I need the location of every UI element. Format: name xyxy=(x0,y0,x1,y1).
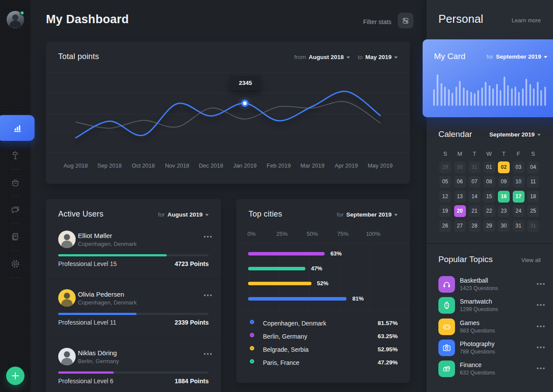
topic-row[interactable]: Smartwatch1299 Questions xyxy=(427,297,553,315)
chevron-down-icon xyxy=(537,134,541,136)
calendar-day[interactable]: 22 xyxy=(483,205,495,217)
calendar-day[interactable]: 30 xyxy=(498,220,510,232)
panel-title: Personal xyxy=(438,12,483,26)
eq-bar xyxy=(544,87,546,106)
calendar-day[interactable]: 31 xyxy=(469,161,480,173)
calendar-day[interactable]: 12 xyxy=(439,191,451,203)
sidebar-item-shop[interactable] xyxy=(0,174,31,191)
calendar-day[interactable]: 24 xyxy=(513,205,525,217)
calendar-day[interactable]: 31 xyxy=(527,220,539,232)
my-card[interactable]: My Card for September 2019 xyxy=(423,39,553,117)
user-avatar xyxy=(58,348,76,365)
calendar-day[interactable]: 17 xyxy=(513,191,525,203)
from-value-dropdown[interactable]: August 2018 xyxy=(308,54,343,60)
calendar-day[interactable]: 21 xyxy=(469,205,480,217)
calendar-title: Calendar xyxy=(438,130,472,139)
user-avatar xyxy=(58,231,76,248)
more-icon[interactable] xyxy=(540,326,542,327)
sidebar-item-stats[interactable] xyxy=(0,115,35,141)
topic-question-count: 1299 Questions xyxy=(460,306,498,312)
sidebar-item-documents[interactable] xyxy=(0,228,31,245)
calendar-day[interactable]: 05 xyxy=(439,176,451,188)
topic-row[interactable]: Finance632 Questions xyxy=(427,360,553,379)
sidebar-item-messages[interactable] xyxy=(0,201,31,218)
calendar-day[interactable]: 16 xyxy=(498,191,510,203)
eq-bar xyxy=(455,87,457,106)
filter-stats-button[interactable] xyxy=(398,13,413,28)
documents-icon xyxy=(10,231,21,242)
view-all-link[interactable]: View all xyxy=(521,257,541,263)
period-dropdown[interactable]: September 2019 xyxy=(489,131,535,138)
topic-row[interactable]: Photography788 Questions xyxy=(427,340,553,358)
topic-row[interactable]: Games983 Questions xyxy=(427,318,553,337)
calendar-day-header: S xyxy=(439,150,451,158)
legend-row: Berlin, Germany63.25% xyxy=(236,332,410,343)
personal-panel: Personal Learn more My Card for Septembe… xyxy=(427,0,553,392)
more-icon[interactable] xyxy=(540,304,542,306)
avatar[interactable] xyxy=(7,11,24,28)
period-picker: for August 2019 xyxy=(158,211,209,218)
user-row: Niklas DöringBerlin, GermanyProfessional… xyxy=(46,348,221,392)
sidebar-item-settings[interactable] xyxy=(0,255,31,273)
period-dropdown[interactable]: August 2019 xyxy=(168,211,203,218)
calendar-day[interactable]: 23 xyxy=(498,205,510,217)
topic-row[interactable]: Basketball1423 Questions xyxy=(427,276,553,294)
calendar-day[interactable]: 25 xyxy=(527,205,539,217)
calendar-day[interactable]: 27 xyxy=(454,220,466,232)
progress-track xyxy=(58,313,209,315)
eq-bar xyxy=(452,93,453,106)
more-icon[interactable] xyxy=(540,368,542,369)
x-axis-labels: Aug 2018Sep 2018Oct 2018Nov 2018Dec 2018… xyxy=(46,162,410,169)
more-icon[interactable] xyxy=(207,294,209,296)
calendar-day[interactable]: 09 xyxy=(498,176,510,188)
calendar-day[interactable]: 13 xyxy=(454,191,466,203)
bar-chart-icon xyxy=(12,122,23,134)
period-picker: for September 2019 xyxy=(337,211,398,218)
calendar-day[interactable]: 14 xyxy=(469,191,480,203)
more-icon[interactable] xyxy=(540,283,542,285)
calendar-day[interactable]: 02 xyxy=(498,161,510,173)
eq-bar xyxy=(474,93,476,106)
divider xyxy=(10,277,20,278)
period-dropdown[interactable]: September 2019 xyxy=(496,53,541,60)
eq-bar xyxy=(485,82,486,106)
calendar-day[interactable]: 03 xyxy=(513,161,525,173)
calendar-day[interactable]: 30 xyxy=(454,161,466,173)
calendar-day[interactable]: 19 xyxy=(439,205,451,217)
x-axis-tick: 100% xyxy=(362,231,384,237)
calendar-day[interactable]: 26 xyxy=(439,220,451,232)
equalizer-bars xyxy=(433,73,546,106)
calendar-day[interactable]: 18 xyxy=(527,191,539,203)
calendar-day[interactable]: 04 xyxy=(527,161,539,173)
total-points-card: Total points from August 2018 to May 201… xyxy=(46,42,410,184)
calendar-day[interactable]: 11 xyxy=(527,176,539,188)
user-level: Professional Level 11 xyxy=(58,319,116,326)
eq-bar xyxy=(496,84,498,106)
more-icon[interactable] xyxy=(207,353,209,355)
more-icon[interactable] xyxy=(540,346,542,348)
calendar-day[interactable]: 08 xyxy=(483,176,495,188)
calendar-day-header: W xyxy=(483,150,495,158)
legend-city: Copenhagen, Denmark xyxy=(263,320,326,327)
calendar-day[interactable]: 01 xyxy=(483,161,495,173)
calendar-day[interactable]: 28 xyxy=(469,220,480,232)
calendar-day[interactable]: 31 xyxy=(513,220,525,232)
calendar-day[interactable]: 15 xyxy=(483,191,495,203)
calendar-day[interactable]: 06 xyxy=(454,176,466,188)
progress-fill xyxy=(58,313,136,315)
sidebar-item-milestones[interactable] xyxy=(0,147,31,164)
calendar-day[interactable]: 29 xyxy=(439,161,451,173)
bar-value-label: 63% xyxy=(330,250,342,257)
to-value-dropdown[interactable]: May 2019 xyxy=(365,54,392,60)
learn-more-link[interactable]: Learn more xyxy=(512,17,541,24)
calendar-day[interactable]: 29 xyxy=(483,220,495,232)
period-dropdown[interactable]: September 2019 xyxy=(346,211,392,218)
calendar-day[interactable]: 10 xyxy=(513,176,525,188)
eq-bar xyxy=(437,74,438,106)
more-icon[interactable] xyxy=(207,236,209,238)
calendar-day[interactable]: 07 xyxy=(469,176,480,188)
x-axis-tick: 0% xyxy=(241,231,262,237)
calendar-day[interactable]: 20 xyxy=(454,205,466,217)
add-button[interactable] xyxy=(6,367,24,385)
progress-track xyxy=(58,254,209,256)
